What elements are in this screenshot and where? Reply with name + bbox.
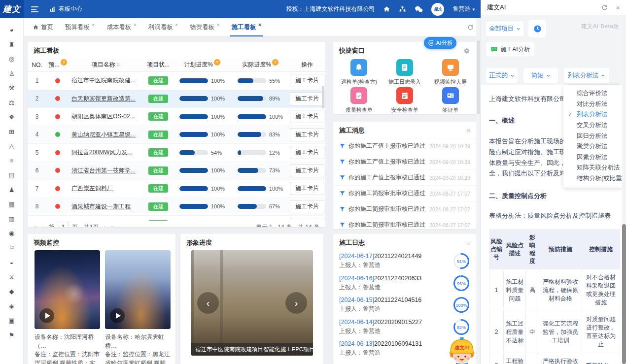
quick-log-entry[interactable]: 施工日志录入	[382, 59, 428, 86]
helmet-icon[interactable]: ◒	[0, 255, 23, 270]
project-link[interactable]: 朝阳区奥体南区OS-02...	[71, 112, 135, 121]
schedule-list-icon[interactable]: ≡	[0, 154, 23, 168]
project-link[interactable]: 酒泉城市建设一期工程	[71, 202, 131, 211]
message-item[interactable]: 你的施工产值上报审核已通过2024-09-20 10:39	[333, 169, 476, 185]
play-icon[interactable]	[110, 308, 125, 323]
close-tab-icon[interactable]: ×	[258, 22, 261, 28]
construction-card-button[interactable]: 施工卡片	[290, 128, 324, 141]
certificate-icon[interactable]: ▣	[0, 313, 23, 328]
project-link[interactable]: 阿拉善200MW风力发...	[71, 148, 132, 157]
table-row[interactable]: 8酒泉城市建设一期工程在建100%67%施工卡片	[28, 198, 325, 216]
project-link[interactable]: 浙江省台州第一技师学...	[71, 166, 136, 175]
menu-item-列表分析法[interactable]: ✓列表分析法	[563, 109, 623, 120]
table-row[interactable]: 6浙江省台州第一技师学...在建100%73%施工卡片	[28, 162, 325, 180]
table-row[interactable]: 5阿拉善200MW风力发...在建54%12%施工卡片	[28, 144, 325, 162]
message-item[interactable]: 你的施工简报审批审核已通过2024-08-27 17:07	[333, 185, 476, 201]
list-more-icon[interactable]: ≡	[466, 127, 470, 134]
user-menu[interactable]: 鲁营造 ▾	[452, 5, 475, 13]
blocks-icon[interactable]: ❖	[0, 110, 23, 125]
length-dropdown[interactable]: 简短	[523, 68, 558, 83]
construction-card-button[interactable]: 施工卡片	[290, 146, 324, 159]
nav-item-dashboard-center[interactable]: 看板中心	[49, 5, 82, 13]
video-thumbnail[interactable]	[35, 250, 100, 329]
project-link[interactable]: 黄山纳尼亚小镇五星级...	[71, 131, 136, 139]
construction-card-button[interactable]: 施工卡片	[290, 110, 324, 123]
first-page-button[interactable]: «	[34, 224, 37, 227]
construction-card-button[interactable]: 施工卡片	[290, 164, 324, 177]
message-item[interactable]: 你的施工产值上报审核已通过2024-09-20 10:39	[333, 154, 476, 169]
org-chart-icon[interactable]	[399, 5, 406, 13]
next-page-button[interactable]: ›	[104, 224, 105, 227]
sort-icon[interactable]: ⇅	[116, 62, 120, 67]
tab-预算看板[interactable]: 预算看板×	[59, 18, 101, 36]
menu-item-因素分析法[interactable]: 因素分析法	[563, 152, 623, 163]
home-icon[interactable]	[383, 5, 390, 13]
close-tab-icon[interactable]: ×	[216, 22, 219, 28]
video-item[interactable]: 设备名称：沈阳浑河桥（…备注：监控位置：沈阳市浑河桥侧 视频性质：实况摄播放次数…	[35, 250, 100, 364]
close-tab-icon[interactable]: ×	[133, 22, 136, 28]
help-icon[interactable]: ?	[214, 59, 220, 66]
list-more-icon[interactable]: ≡	[466, 239, 470, 247]
surveyor-icon[interactable]: ♙	[0, 66, 23, 81]
gem-icon[interactable]: ◆	[0, 284, 23, 299]
plan-calendar-icon[interactable]: ▦	[0, 197, 23, 212]
log-entry[interactable]: [2024-06-16]20211224020633上报人：鲁营造96%	[333, 272, 476, 295]
project-link[interactable]: 广西崇左饲料厂	[71, 184, 113, 193]
carousel-prev-icon[interactable]: ‹	[197, 292, 219, 314]
tab-成本看板[interactable]: 成本看板×	[101, 18, 142, 36]
main-scrollbar[interactable]	[476, 18, 481, 364]
table-row[interactable]: 7广西崇左饲料厂在建100%100%施工卡片	[28, 180, 325, 198]
menu-item-对比分析法[interactable]: 对比分析法	[563, 99, 623, 110]
carousel-next-icon[interactable]: ›	[285, 292, 307, 314]
video-item[interactable]: 设备名称：哈尔滨霁虹桥…备注：监控位置：黑龙江省哈尔滨霁虹桥侧 视频性播放次数：…	[105, 250, 171, 364]
project-link[interactable]: 白天鹅宾馆更新改造第...	[71, 95, 136, 103]
table-scrollbar[interactable]	[322, 86, 324, 108]
video-thumbnail[interactable]	[105, 250, 171, 329]
tone-dropdown[interactable]: 正式的	[486, 68, 518, 83]
method-dropdown[interactable]: 列表分析法	[564, 68, 609, 83]
construction-ai-analysis-button[interactable]: 施工AI分析	[486, 42, 534, 56]
menu-item-结构分析(或比重分析[interactable]: 结构分析(或比重分析	[563, 173, 623, 184]
tab-施工看板[interactable]: 施工看板×	[226, 18, 267, 36]
panel-scrollbar[interactable]	[622, 15, 626, 364]
menu-item-综合评价法[interactable]: 综合评价法	[563, 88, 623, 99]
water-drop-icon[interactable]: ◉	[0, 226, 23, 241]
construction-card-button[interactable]: 施工卡片	[290, 218, 324, 221]
quick-safety-check[interactable]: 安全检查单	[382, 87, 428, 114]
log-entry[interactable]: [2024-06-17]20211224021449上报人：鲁营造51%	[333, 250, 476, 272]
quick-inspection-ticket[interactable]: 巡检单(检查方)	[336, 59, 382, 86]
table-row[interactable]: 4黄山纳尼亚小镇五星级...在建100%83%施工卡片	[28, 126, 325, 144]
menu-item-矩阵关联分析法[interactable]: 矩阵关联分析法	[563, 163, 623, 173]
labor-icon[interactable]: △	[0, 139, 23, 154]
hamburger-menu-icon[interactable]	[31, 6, 38, 12]
help-icon[interactable]: ?	[61, 59, 67, 66]
flag-icon[interactable]: ⚑	[0, 328, 23, 343]
help-icon[interactable]: ?	[272, 59, 278, 66]
message-item[interactable]: 你的施工简报审批审核已通过2024-08-27 17:07	[333, 201, 476, 217]
ai-analysis-button[interactable]: AI AI分析	[424, 37, 456, 49]
close-tab-icon[interactable]: ×	[175, 22, 178, 28]
menu-item-交叉分析法[interactable]: 交叉分析法	[563, 120, 623, 131]
quick-quality-check[interactable]: 质量检查单	[336, 87, 382, 114]
prev-page-button[interactable]: ‹	[42, 224, 44, 227]
rostrum-icon[interactable]: ♜	[0, 37, 23, 52]
history-clock-button[interactable]	[528, 20, 546, 37]
table-row[interactable]: 2白天鹅宾馆更新改造第...在建100%89%施工卡片	[28, 90, 325, 108]
table-row[interactable]: 在建施工卡片	[28, 216, 325, 221]
shield-icon[interactable]: ◈	[0, 299, 23, 314]
close-tab-icon[interactable]: ×	[92, 22, 95, 28]
menu-item-回归分析法[interactable]: 回归分析法	[563, 131, 623, 141]
play-icon[interactable]	[39, 308, 54, 323]
funds-icon[interactable]: ⚖	[0, 96, 23, 110]
tab-home[interactable]: 首页	[27, 18, 59, 36]
tools-icon[interactable]: ⚒	[0, 81, 23, 96]
refresh-tabs-icon[interactable]	[467, 18, 474, 36]
construction-card-button[interactable]: 施工卡片	[290, 92, 324, 105]
page-number-input[interactable]: 1	[58, 222, 69, 227]
contract-doc-icon[interactable]: ▤	[0, 168, 23, 183]
close-icon[interactable]: ×	[616, 3, 620, 12]
target-icon[interactable]: ◎	[0, 52, 23, 66]
menu-item-聚类分析法[interactable]: 聚类分析法	[563, 141, 623, 152]
equipment-icon[interactable]: ⊞	[0, 125, 23, 139]
construction-card-button[interactable]: 施工卡片	[290, 182, 324, 195]
